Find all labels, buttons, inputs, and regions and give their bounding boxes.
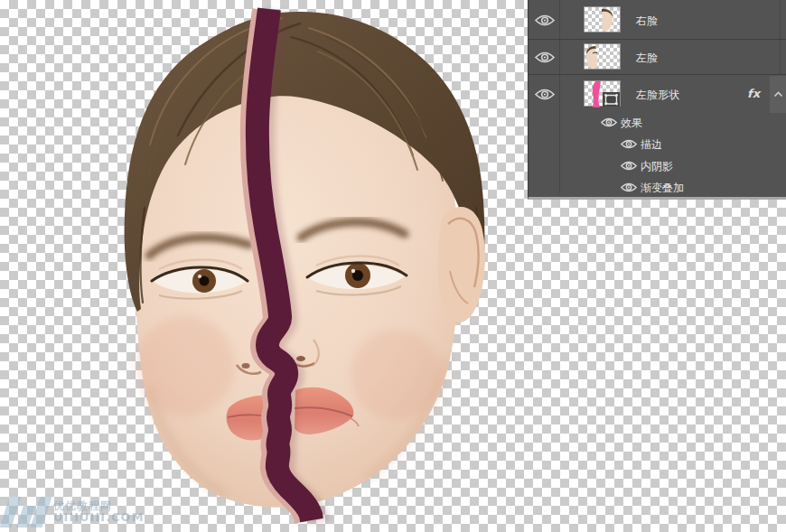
layer-row-left-face-shape[interactable]: 左脸形状 fx [529, 75, 786, 113]
collapse-effects-button[interactable] [770, 76, 786, 113]
visibility-eye-icon[interactable] [621, 161, 637, 171]
effect-label: 渐变叠加 [641, 181, 684, 196]
effect-label: 描边 [641, 137, 662, 153]
layer-name: 右脸 [636, 14, 658, 29]
layer-row-left-face[interactable]: 左脸 [529, 40, 786, 74]
effect-row-gradient-overlay[interactable]: 渐变叠加 [529, 177, 786, 199]
effect-row-stroke[interactable]: 描边 [529, 134, 786, 155]
visibility-eye-icon[interactable] [534, 89, 556, 100]
face-artwork [0, 0, 528, 532]
layer-row-right-face[interactable]: 右脸 [529, 0, 786, 39]
layer-thumbnail[interactable] [584, 43, 621, 70]
visibility-eye-icon[interactable] [621, 139, 637, 149]
chevron-up-icon [773, 91, 783, 98]
layer-name: 左脸 [636, 51, 658, 66]
effects-header-row[interactable]: 效果 [529, 112, 786, 134]
visibility-eye-icon[interactable] [534, 51, 556, 63]
effect-row-inner-shadow[interactable]: 内阴影 [529, 155, 786, 177]
visibility-eye-icon[interactable] [621, 182, 637, 192]
fx-badge[interactable]: fx [747, 87, 760, 100]
effects-header-label: 效果 [621, 116, 642, 131]
visibility-eye-icon[interactable] [534, 14, 556, 26]
layer-name: 左脸形状 [636, 88, 679, 103]
layers-panel: 右脸 左脸 [528, 0, 786, 200]
visibility-eye-icon[interactable] [601, 117, 617, 127]
shape-layer-thumbnail[interactable] [584, 80, 621, 107]
layer-thumbnail[interactable] [584, 6, 621, 33]
ear [438, 207, 485, 322]
effect-label: 内阴影 [641, 159, 673, 174]
